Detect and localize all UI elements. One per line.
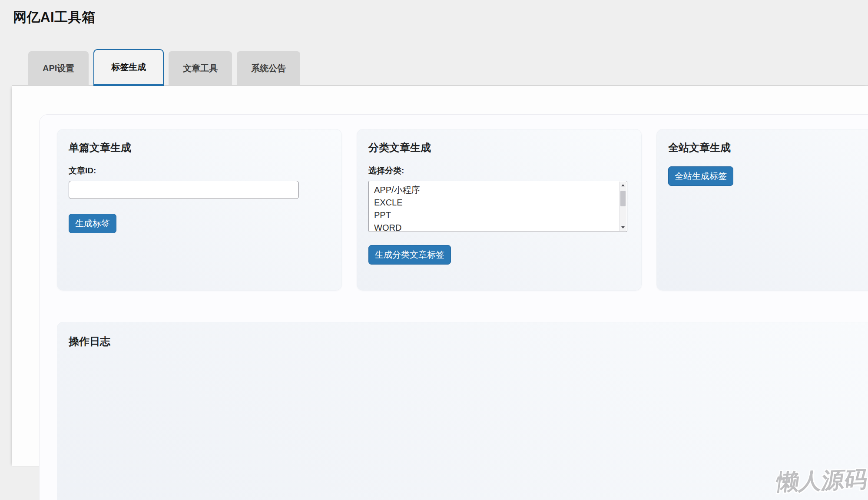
category-option-list: APP/小程序 EXCLE PPT WORD [369,181,627,232]
page-title: 网亿AI工具箱 [13,8,868,26]
generate-category-tags-button[interactable]: 生成分类文章标签 [368,245,451,265]
article-id-input[interactable] [69,181,299,199]
single-article-card-title: 单篇文章生成 [69,141,330,155]
cards-row: 单篇文章生成 文章ID: 生成标签 分类文章生成 选择分类: APP/小程序 E… [57,129,868,291]
scrollbar-down-button[interactable] [620,224,626,231]
category-option[interactable]: APP/小程序 [374,184,627,196]
tab-tag-generation[interactable]: 标签生成 [93,49,164,86]
generate-tag-button[interactable]: 生成标签 [69,214,116,233]
category-article-card: 分类文章生成 选择分类: APP/小程序 EXCLE PPT WORD [357,129,642,291]
arrow-down-icon [621,226,625,228]
tab-content-panel: 单篇文章生成 文章ID: 生成标签 分类文章生成 选择分类: APP/小程序 E… [12,86,868,466]
article-id-label: 文章ID: [69,165,330,176]
scrollbar-thumb[interactable] [620,191,626,206]
listbox-scrollbar[interactable] [619,182,626,231]
category-select-label: 选择分类: [368,165,630,176]
content-wrapper: 单篇文章生成 文章ID: 生成标签 分类文章生成 选择分类: APP/小程序 E… [39,114,868,500]
category-option[interactable]: WORD [374,222,627,232]
generate-site-tags-button[interactable]: 全站生成标签 [668,166,733,186]
category-listbox[interactable]: APP/小程序 EXCLE PPT WORD [368,181,627,232]
category-article-card-title: 分类文章生成 [368,141,630,155]
category-option[interactable]: PPT [374,209,627,222]
operation-log-card: 操作日志 [57,322,868,500]
operation-log-title: 操作日志 [69,334,868,348]
scrollbar-up-button[interactable] [620,182,626,189]
site-article-card-title: 全站文章生成 [668,141,868,155]
tab-bar: API设置 标签生成 文章工具 系统公告 [12,50,868,86]
tab-api-settings[interactable]: API设置 [28,51,89,85]
tab-system-announcement[interactable]: 系统公告 [237,51,300,85]
arrow-up-icon [621,184,625,186]
category-option[interactable]: EXCLE [374,196,627,209]
tab-article-tools[interactable]: 文章工具 [169,51,232,85]
single-article-card: 单篇文章生成 文章ID: 生成标签 [57,129,342,291]
site-article-card: 全站文章生成 全站生成标签 [656,129,868,291]
